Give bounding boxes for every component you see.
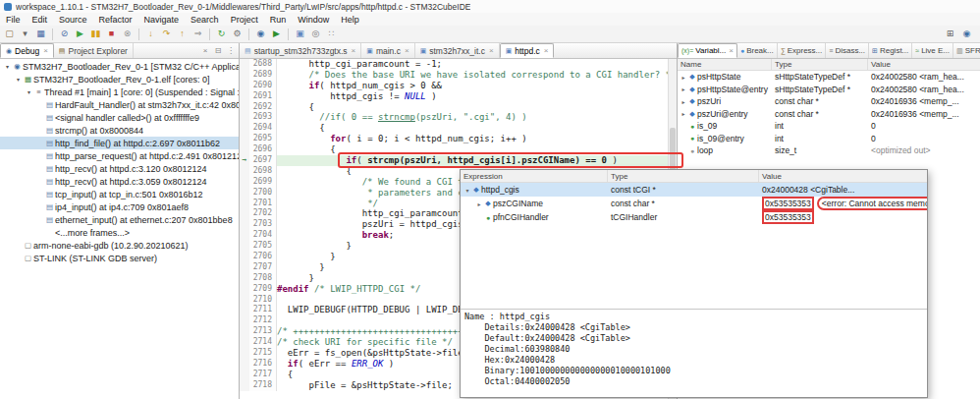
code-line[interactable]: 2693 //if( 0 == strncmp(pszUri, ".cgi", … bbox=[240, 112, 677, 123]
menu-project[interactable]: Project bbox=[225, 15, 264, 25]
debug-tree-item[interactable]: ▤HardFault_Handler() at stm32h7xx_it.c:4… bbox=[0, 98, 239, 111]
step-over-icon[interactable]: ↷ bbox=[159, 27, 174, 41]
disconnect-icon[interactable]: ⊗ bbox=[120, 27, 135, 41]
debug-launch-icon[interactable]: ◉ bbox=[253, 27, 268, 41]
expander-icon[interactable]: ▾ bbox=[25, 88, 33, 95]
close-icon[interactable]: × bbox=[43, 46, 48, 55]
new-icon[interactable]: ▢ bbox=[2, 27, 17, 41]
variable-row[interactable]: ▸◆psHttpState@entrysHttpStateTypeDef *0x… bbox=[678, 84, 980, 96]
debug-tree-item[interactable]: ▤strcmp() at 0x8000844 bbox=[0, 124, 239, 137]
step-return-icon[interactable]: ↑ bbox=[175, 27, 190, 41]
expander-icon[interactable]: ▾ bbox=[463, 187, 471, 194]
expander-icon[interactable]: ▸ bbox=[680, 86, 687, 92]
new-source-file-icon[interactable]: ▣ bbox=[293, 27, 307, 41]
debug-tree-item[interactable]: ▤<signal handler called>() at 0xfffffffe… bbox=[0, 111, 239, 124]
debug-tree-item[interactable]: ▤http_recv() at httpd.c:3.120 0x8012124 bbox=[0, 162, 239, 175]
close-icon[interactable]: × bbox=[729, 46, 734, 55]
tab-disass[interactable]: ≡Disass... bbox=[826, 43, 869, 58]
menu-help[interactable]: Help bbox=[335, 15, 365, 25]
save-icon[interactable]: ▦ bbox=[33, 27, 48, 41]
code-line[interactable]: 2694 { bbox=[240, 123, 677, 134]
debug-tree-item[interactable]: ▤ethernet_input() at ethernet.c:207 0x80… bbox=[0, 213, 239, 226]
close-icon[interactable]: × bbox=[489, 46, 494, 55]
debug-tree-item[interactable]: ▾≡Thread #1 [main] 1 [core: 0] (Suspende… bbox=[0, 86, 239, 98]
debug-tree-item[interactable]: ▤http_find_file() at httpd.c:2.697 0x801… bbox=[0, 137, 239, 149]
menu-window[interactable]: Window bbox=[292, 15, 335, 25]
menu-refactor[interactable]: Refactor bbox=[93, 15, 138, 25]
search-icon[interactable]: ◎ bbox=[308, 27, 323, 41]
code-line[interactable]: 2696 { bbox=[240, 144, 677, 155]
code-line[interactable]: 2691 httpd_cgis != NULL ) bbox=[240, 91, 677, 102]
build-icon[interactable]: ⚙ bbox=[230, 27, 245, 41]
variable-row[interactable]: ▸◆pszUri@entryconst char *0x24016936 <me… bbox=[678, 108, 980, 121]
debug-tree-item[interactable]: ▤http_recv() at httpd.c:3.059 0x8012124 bbox=[0, 175, 239, 188]
collapse-all-icon[interactable]: ⊟ bbox=[212, 43, 224, 58]
column-header-type[interactable]: Type bbox=[772, 59, 868, 70]
editor-tab-httpd-c[interactable]: ▣httpd.c× bbox=[500, 43, 555, 58]
tab-express[interactable]: ∑Express... bbox=[778, 43, 827, 58]
popup-row[interactable]: ▾◆httpd_cgisconst tCGI *0x24000428 <CgiT… bbox=[461, 183, 927, 197]
code-line[interactable]: 2689 /* Does the base URI we have isolat… bbox=[240, 70, 677, 81]
debug-tree-item[interactable]: <...more frames...> bbox=[0, 226, 239, 239]
skip-all-breakpoints-icon[interactable]: ⊘ bbox=[57, 27, 72, 41]
variable-row[interactable]: ●is_09int0 bbox=[678, 120, 980, 133]
remove-all-terminated-icon[interactable]: × bbox=[199, 43, 211, 58]
debug-tree-item[interactable]: ▤ip4_input() at ip4.c:709 0x801aef8 bbox=[0, 200, 239, 213]
close-icon[interactable]: × bbox=[544, 46, 549, 55]
new-dropdown-icon[interactable]: ▾ bbox=[18, 27, 32, 41]
close-icon[interactable]: × bbox=[352, 46, 356, 55]
tab-debug[interactable]: ◉Debug× bbox=[0, 43, 54, 58]
view-menu-icon[interactable]: ⋮ bbox=[225, 43, 237, 58]
menu-file[interactable]: File bbox=[0, 15, 27, 25]
code-line[interactable]: 2695 for( i = 0; i < httpd_num_cgis; i++… bbox=[240, 134, 677, 144]
instruction-stepping-icon[interactable]: ⇒ bbox=[191, 27, 205, 41]
tab-live-e[interactable]: ≈Live E... bbox=[912, 43, 953, 58]
run-launch-icon[interactable]: ▶ bbox=[269, 27, 284, 41]
column-header-name[interactable]: Name bbox=[678, 59, 772, 70]
code-line[interactable]: 2692 { bbox=[240, 102, 677, 113]
column-header-value[interactable]: Value bbox=[868, 59, 980, 70]
menu-run[interactable]: Run bbox=[264, 15, 293, 25]
variable-row[interactable]: ▸◆psHttpStatesHttpStateTypeDef *0x240025… bbox=[678, 71, 980, 84]
tab-regist[interactable]: ⊞Regist... bbox=[869, 43, 912, 58]
editor-tab-stm32h7xx-it-c[interactable]: ▣stm32h7xx_it.c× bbox=[415, 43, 500, 58]
tab-project-explorer[interactable]: ▤Project Explorer bbox=[54, 43, 134, 58]
expander-icon[interactable]: ▾ bbox=[3, 63, 12, 70]
code-line[interactable]: 2690 if( httpd_num_cgis > 0 && bbox=[240, 81, 677, 91]
code-line[interactable]: →2697 if( strcmp(pszUri, httpd_cgis[i].p… bbox=[240, 155, 677, 166]
debug-tree-item[interactable]: ▢ST-LINK (ST-LINK GDB server) bbox=[0, 252, 239, 264]
open-perspective-icon[interactable]: ⊞ bbox=[943, 27, 957, 41]
debug-tree-item[interactable]: ▾◉STM32H7_Bootloader_Rev_0-1 [STM32 C/C+… bbox=[0, 60, 239, 73]
expander-icon[interactable]: ▾ bbox=[14, 76, 23, 83]
menu-source[interactable]: Source bbox=[53, 15, 93, 25]
popup-row[interactable]: ●pfnCGIHandlertCGIHandler0x53535353 bbox=[461, 210, 927, 224]
expander-icon[interactable]: ▸ bbox=[680, 98, 687, 105]
debug-tree-item[interactable]: ▢arm-none-eabi-gdb (10.2.90.20210621) bbox=[0, 239, 239, 252]
editor-tab-startup-stm32h733zgtx-s[interactable]: ▤startup_stm32h733zgtx.s× bbox=[240, 43, 361, 58]
step-into-icon[interactable]: ↓ bbox=[143, 27, 158, 41]
menu-edit[interactable]: Edit bbox=[27, 15, 54, 25]
suspend-icon[interactable]: ▮▮ bbox=[88, 27, 103, 41]
close-icon[interactable]: × bbox=[405, 46, 409, 55]
annotations-icon[interactable]: ∷ bbox=[324, 27, 339, 41]
expander-icon[interactable]: ▸ bbox=[680, 74, 687, 81]
debug-tree-item[interactable]: ▾▦STM32H7_Bootloader_Rev_0-1.elf [cores:… bbox=[0, 73, 239, 86]
popup-row[interactable]: ▸◆pszCGINameconst char *0x53535353<error… bbox=[461, 197, 927, 210]
tab-variabl[interactable]: (x)=Variabl...× bbox=[678, 43, 737, 58]
tab-break[interactable]: ●Break... bbox=[737, 43, 778, 58]
debug-perspective-icon[interactable]: ◉ bbox=[959, 27, 974, 41]
menu-navigate[interactable]: Navigate bbox=[138, 15, 186, 25]
menu-search[interactable]: Search bbox=[185, 15, 225, 25]
code-line[interactable]: 2688 http_cgi_paramcount = -1; bbox=[240, 59, 677, 70]
expander-icon[interactable]: ▸ bbox=[680, 110, 687, 117]
variable-row[interactable]: ●loopsize_t<optimized out> bbox=[678, 144, 980, 157]
variable-row[interactable]: ●is_09@entryint0 bbox=[678, 133, 980, 145]
restart-icon[interactable]: ↻ bbox=[214, 27, 229, 41]
variable-row[interactable]: ▸◆pszUriconst char *0x24016936 <memp_... bbox=[678, 95, 980, 108]
editor-tab-main-c[interactable]: ▣main.c× bbox=[361, 43, 414, 58]
terminate-icon[interactable]: ■ bbox=[104, 27, 119, 41]
debug-tree-item[interactable]: ▤http_parse_request() at httpd.c:2.491 0… bbox=[0, 149, 239, 162]
tab-sfrs[interactable]: ▥SFRs bbox=[953, 43, 980, 58]
expander-icon[interactable]: ▸ bbox=[475, 200, 483, 207]
debug-tree-item[interactable]: ▤tcp_input() at tcp_in.c:501 0x8016b12 bbox=[0, 188, 239, 200]
